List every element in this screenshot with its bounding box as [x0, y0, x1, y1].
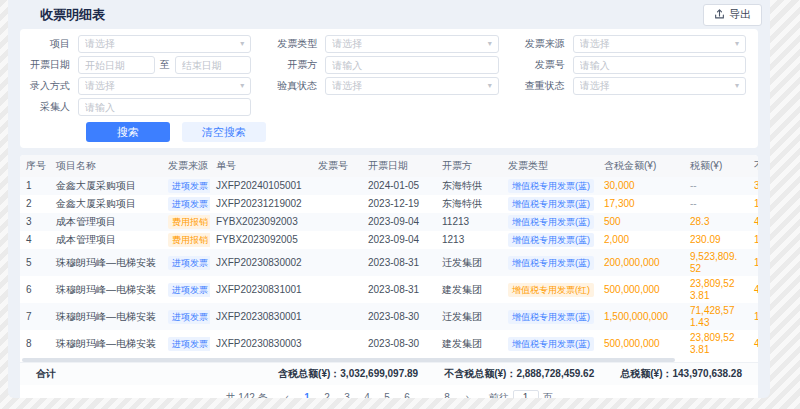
filter-field-invoice-no: 发票号 [521, 56, 746, 74]
invoice-no-input[interactable] [573, 56, 746, 74]
cell-amount: 500,000,000 [598, 330, 684, 357]
cell-type: 增值税专用发票(蓝) [502, 303, 598, 330]
prev-page-button[interactable]: ‹ [279, 389, 296, 398]
scrollbar-thumb[interactable] [22, 358, 675, 362]
page-button[interactable]: 5 [379, 389, 396, 398]
cell-type: 增值税专用发票(蓝) [502, 177, 598, 195]
export-button[interactable]: 导出 [703, 4, 762, 26]
table-row[interactable]: 5珠穆朗玛峰—电梯安装进项发票JXFP202308300022023-08-31… [20, 249, 758, 276]
cell-order-no: JXFP20230830002 [210, 249, 312, 276]
cell-amount: 30,000 [598, 177, 684, 195]
source-tag: 费用报销 [168, 215, 210, 229]
issuer-label: 开票方 [273, 58, 325, 72]
page-button[interactable]: 8 [439, 389, 456, 398]
cell-type: 增值税专用发票(蓝) [502, 195, 598, 213]
export-label: 导出 [729, 7, 751, 22]
filter-field-invoice-source: 发票来源 请选择 ▾ [521, 35, 746, 53]
invoice-no-label: 发票号 [521, 58, 573, 72]
cell-net: 476,190,476.19 [748, 276, 758, 303]
chevron-down-icon: ▾ [735, 82, 739, 90]
column-header: 发票来源 [162, 155, 210, 177]
cell-no: 1 [20, 177, 50, 195]
page-button[interactable]: 4 [359, 389, 376, 398]
date-start-input[interactable] [78, 56, 155, 74]
clear-search-button[interactable]: 清空搜索 [182, 122, 266, 142]
dup-check-select[interactable]: 请选择 ▾ [573, 77, 746, 95]
table-row[interactable]: 3成本管理项目费用报销FYBX20230920032023-09-0411213… [20, 213, 758, 231]
cell-net: 1,428,571,428.57 [748, 303, 758, 330]
column-header: 税额(¥) [684, 155, 748, 177]
collector-label: 采集人 [26, 100, 78, 114]
page-ellipsis[interactable]: ... [419, 389, 436, 398]
goto-page: 前往 页 [489, 390, 553, 399]
filter-field-verify-status: 验真状态 请选择 ▾ [273, 77, 498, 95]
cell-net: 17,300 [748, 195, 758, 213]
cell-date: 2023-08-30 [362, 303, 436, 330]
cell-no: 5 [20, 249, 50, 276]
cell-no: 7 [20, 303, 50, 330]
type-tag: 增值税专用发票(蓝) [508, 179, 594, 193]
invoice-type-label: 发票类型 [273, 37, 325, 51]
page-button[interactable]: 6 [399, 389, 416, 398]
project-select[interactable]: 请选择 ▾ [78, 35, 251, 53]
column-header: 单号 [210, 155, 312, 177]
verify-status-select[interactable]: 请选择 ▾ [325, 77, 498, 95]
cell-project: 珠穆朗玛峰—电梯安装 [50, 249, 162, 276]
table-scroll-area[interactable]: 序号项目名称发票来源单号发票号开票日期开票方发票类型含税金额(¥)税额(¥)不含… [20, 155, 758, 357]
cell-type: 增值税专用发票(蓝) [502, 330, 598, 357]
table-row[interactable]: 6珠穆朗玛峰—电梯安装进项发票JXFP202308310012023-08-31… [20, 276, 758, 303]
cell-date: 2023-08-31 [362, 276, 436, 303]
date-end-input[interactable] [175, 56, 252, 74]
search-button[interactable]: 搜索 [86, 122, 170, 142]
invoice-type-select[interactable]: 请选择 ▾ [325, 35, 498, 53]
filter-field-project: 项目 请选择 ▾ [26, 35, 251, 53]
entry-method-select[interactable]: 请选择 ▾ [78, 77, 251, 95]
filter-field-collector: 采集人 [26, 98, 251, 116]
cell-order-no: JXFP20230831001 [210, 276, 312, 303]
invoice-source-select[interactable]: 请选择 ▾ [573, 35, 746, 53]
cell-order-no: FYBX2023092003 [210, 213, 312, 231]
issuer-input[interactable] [325, 56, 498, 74]
page-button[interactable]: 2 [319, 389, 336, 398]
table-row[interactable]: 2金鑫大厦采购项目进项发票JXFP202312190022023-12-19东海… [20, 195, 758, 213]
column-header: 开票日期 [362, 155, 436, 177]
cell-order-no: JXFP20240105001 [210, 177, 312, 195]
next-page-button[interactable]: › [459, 389, 476, 398]
invoice-table-card: 序号项目名称发票来源单号发票号开票日期开票方发票类型含税金额(¥)税额(¥)不含… [20, 155, 758, 398]
entry-method-label: 录入方式 [26, 79, 78, 93]
cell-tax: 9,523,809.52 [684, 249, 748, 276]
cell-invoice-no [312, 177, 362, 195]
page-button[interactable]: 3 [339, 389, 356, 398]
filter-panel: 项目 请选择 ▾ 发票类型 请选择 ▾ 发票来源 请选择 ▾ [20, 29, 758, 148]
table-row[interactable]: 8珠穆朗玛峰—电梯安装进项发票JXFP202308300032023-08-30… [20, 330, 758, 357]
goto-label: 前往 [489, 391, 509, 399]
table-row[interactable]: 1金鑫大厦采购项目进项发票JXFP202401050012024-01-05东海… [20, 177, 758, 195]
column-header: 发票类型 [502, 155, 598, 177]
cell-date: 2024-01-05 [362, 177, 436, 195]
goto-page-input[interactable] [513, 390, 539, 399]
excl-tax-total: 不含税总额(¥)：2,888,728,459.62 [444, 367, 594, 381]
incl-tax-total: 含税总额(¥)：3,032,699,097.89 [278, 367, 418, 381]
cell-type: 增值税专用发票(红) [502, 276, 598, 303]
cell-project: 成本管理项目 [50, 213, 162, 231]
table-row[interactable]: 4成本管理项目费用报销FYBX20230920052023-09-041213增… [20, 231, 758, 249]
cell-amount: 500,000,000 [598, 276, 684, 303]
cell-project: 金鑫大厦采购项目 [50, 195, 162, 213]
collector-input[interactable] [78, 98, 251, 116]
export-icon [714, 9, 725, 20]
cell-amount: 200,000,000 [598, 249, 684, 276]
table-row[interactable]: 7珠穆朗玛峰—电梯安装进项发票JXFP202308300012023-08-30… [20, 303, 758, 330]
cell-net: 476,190,476.19 [748, 330, 758, 357]
cell-invoice-no [312, 231, 362, 249]
page-number-list: 123456...8 [299, 389, 456, 398]
cell-order-no: JXFP20231219002 [210, 195, 312, 213]
source-tag: 进项发票 [168, 179, 210, 193]
invoice-source-label: 发票来源 [521, 37, 573, 51]
chevron-down-icon: ▾ [488, 82, 492, 90]
horizontal-scrollbar[interactable] [22, 358, 756, 362]
cell-tax: 71,428,571.43 [684, 303, 748, 330]
cell-type: 增值税专用发票(蓝) [502, 231, 598, 249]
page-button[interactable]: 1 [299, 389, 316, 398]
source-tag: 进项发票 [168, 197, 210, 211]
cell-invoice-no [312, 249, 362, 276]
